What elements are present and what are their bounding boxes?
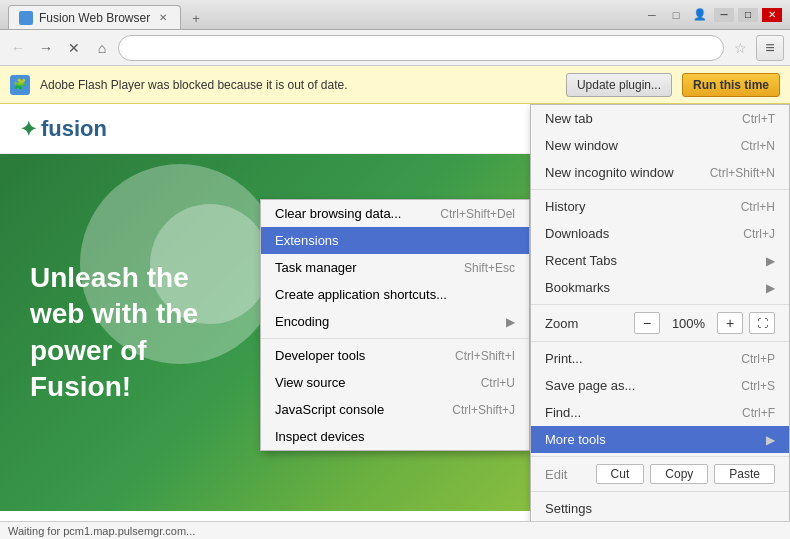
status-bar: Waiting for pcm1.map.pulsemgr.com... [0,521,790,539]
profile-icon[interactable]: 👤 [690,8,710,22]
new-tab-button[interactable]: + [181,7,211,29]
status-text: Waiting for pcm1.map.pulsemgr.com... [8,525,195,537]
hero-section: Unleash theweb with thepower ofFusion! [0,154,790,511]
back-button[interactable]: ← [6,36,30,60]
tab-area: Fusion Web Browser ✕ + [8,0,642,29]
title-bar: Fusion Web Browser ✕ + ─ □ 👤 ─ □ ✕ [0,0,790,30]
nav-features[interactable]: FEATU... [717,121,770,136]
site-nav: HOME FEATU... [658,121,770,136]
close-btn[interactable]: ✕ [762,8,782,22]
logo-icon: ✦ [20,117,37,141]
scrollbar[interactable] [778,104,790,521]
update-plugin-button[interactable]: Update plugin... [566,73,672,97]
minimize-btn[interactable]: ─ [714,8,734,22]
page-content: ✦ fusion HOME FEATU... Unleash theweb wi… [0,104,790,521]
window-controls: ─ □ 👤 ─ □ ✕ [642,8,782,22]
nav-home[interactable]: HOME [658,121,697,136]
flash-icon: 🧩 [10,75,30,95]
flash-bar: 🧩 Adobe Flash Player was blocked because… [0,66,790,104]
forward-button[interactable]: → [34,36,58,60]
site-logo: ✦ fusion [20,116,107,142]
hero-graphic [590,378,710,481]
url-bar[interactable] [118,35,724,61]
tab-label: Fusion Web Browser [39,11,150,25]
logo-text: fusion [41,116,107,142]
reload-button[interactable]: ✕ [62,36,86,60]
hero-text: Unleash theweb with thepower ofFusion! [30,260,198,406]
site-header: ✦ fusion HOME FEATU... [0,104,790,154]
maximize-button[interactable]: □ [666,8,686,22]
home-button[interactable]: ⌂ [90,36,114,60]
tab-close-button[interactable]: ✕ [156,11,170,25]
bookmark-star[interactable]: ☆ [728,36,752,60]
restore-btn[interactable]: □ [738,8,758,22]
minimize-button[interactable]: ─ [642,8,662,22]
run-this-time-button[interactable]: Run this time [682,73,780,97]
tab-favicon [19,11,33,25]
scrollbar-thumb[interactable] [780,106,790,166]
active-tab[interactable]: Fusion Web Browser ✕ [8,5,181,29]
flash-message: Adobe Flash Player was blocked because i… [40,78,556,92]
nav-bar: ← → ✕ ⌂ ☆ ≡ [0,30,790,66]
chrome-menu-button[interactable]: ≡ [756,35,784,61]
